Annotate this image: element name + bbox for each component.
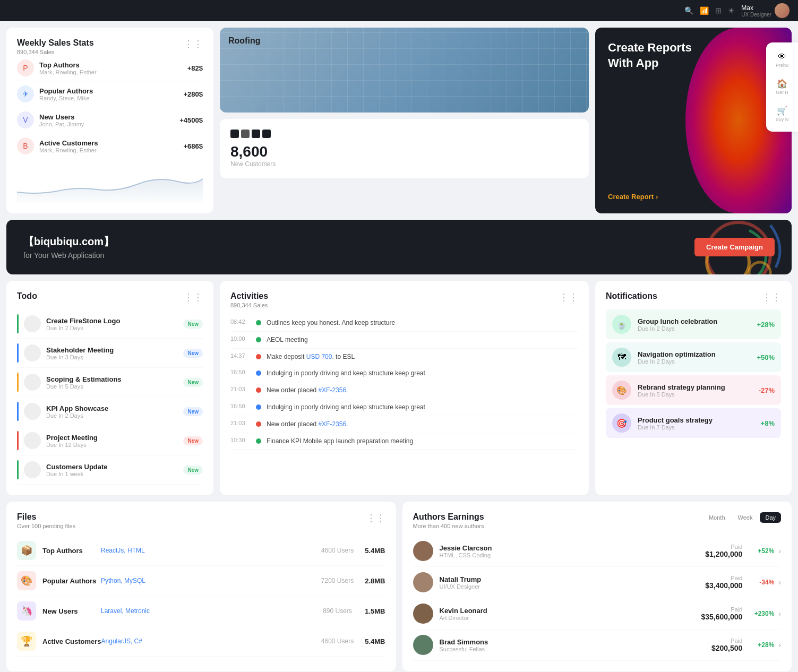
stat-info: Top Authors Mark, Rowling, Esther <box>39 61 187 75</box>
todo-item-due: Due In 5 Days <box>46 383 183 390</box>
activity-time: 10:00 <box>230 335 251 342</box>
notif-title: Group lunch celebration <box>638 317 757 325</box>
activity-text: Indulging in poorly driving and keep str… <box>267 403 578 412</box>
period-week[interactable]: Week <box>733 512 758 523</box>
notif-title: Product goals strategy <box>638 416 761 424</box>
sales-chart <box>17 166 203 203</box>
files-card: Files Over 100 pending files ⋮⋮ 📦 Top Au… <box>6 502 396 671</box>
activity-dot <box>256 337 261 342</box>
row-1: Weekly Sales Stats 890,344 Sales ⋮⋮ P To… <box>6 28 792 213</box>
campaign-subtitle: for Your Web Application <box>23 251 114 260</box>
todo-info: Stakeholder Meeting Due In 3 Days <box>46 346 183 360</box>
todo-item-due: Due In 2 Days <box>46 412 183 419</box>
todo-bar <box>17 343 19 363</box>
theme-icon[interactable]: ☀ <box>728 6 735 15</box>
file-users: 4600 Users <box>316 637 359 645</box>
user-name: Max <box>741 4 771 12</box>
author-change: +230% <box>751 610 774 617</box>
author-avatar <box>413 572 433 592</box>
file-tech: AngularJS, C# <box>101 637 316 645</box>
todo-avatar <box>24 403 41 420</box>
todo-item-title: Project Meeting <box>46 434 183 442</box>
files-subtitle: Over 100 pending files <box>17 523 75 529</box>
author-info: Natali Trump UI/UX Designer <box>440 575 706 590</box>
right-panel-prebu[interactable]: 👁 Prebu <box>766 49 798 71</box>
stat-label: New Users <box>39 113 179 121</box>
author-role: Successful Fellas <box>440 646 711 652</box>
file-size: 5.4MB <box>359 637 385 645</box>
list-item: 14:37 Make deposit USD 700. to ESL <box>230 349 578 366</box>
activity-time: 16:50 <box>230 403 251 409</box>
list-item: 21:03 New order placed #XF-2356. <box>230 382 578 399</box>
search-icon[interactable]: 🔍 <box>684 6 693 15</box>
roofing-title: Roofing <box>228 36 260 46</box>
topbar: 🔍 📶 ⊞ ☀ Max UX Designer <box>0 0 798 21</box>
file-name: Top Authors <box>42 547 101 555</box>
user-menu[interactable]: Max UX Designer <box>741 3 790 18</box>
author-role: UI/UX Designer <box>440 583 706 590</box>
roofing-card: Roofing <box>220 28 589 113</box>
activity-text: Indulging in poorly driving and keep str… <box>267 369 578 378</box>
campaign-title: 【biqubiqu.com】 <box>23 235 114 249</box>
home-icon: 🏠 <box>777 79 787 89</box>
author-avatar <box>413 635 433 655</box>
activity-link[interactable]: #XF-2356 <box>318 420 346 428</box>
right-panel-home[interactable]: 🏠 Get H <box>766 75 798 98</box>
weekly-sales-card: Weekly Sales Stats 890,344 Sales ⋮⋮ P To… <box>6 28 213 213</box>
activity-link[interactable]: USD 700 <box>306 353 332 360</box>
create-campaign-button[interactable]: Create Campaign <box>694 238 775 256</box>
chevron-right-icon[interactable]: › <box>778 547 781 555</box>
grid-icon[interactable]: ⊞ <box>715 6 722 15</box>
todo-card: Todo ⋮⋮ Create FireStone Logo Due In 2 D… <box>6 281 213 495</box>
file-tech: ReactJs, HTML <box>101 547 316 554</box>
list-item: Jessie Clarcson HTML, CSS Coding Paid $1… <box>413 536 782 567</box>
activities-menu[interactable]: ⋮⋮ <box>559 291 578 303</box>
todo-item-due: Due In 1 week <box>46 471 183 477</box>
right-panel: 👁 Prebu 🏠 Get H 🛒 Buy N <box>766 42 798 132</box>
paid-label: Paid <box>711 637 742 644</box>
activity-time: 16:50 <box>230 369 251 375</box>
list-item: 10:00 AEOL meeting <box>230 332 578 349</box>
todo-item-title: KPI App Showcase <box>46 404 183 412</box>
todo-avatar <box>24 432 41 449</box>
activity-link[interactable]: #XF-2356 <box>318 386 346 394</box>
todo-badge: New <box>183 407 203 416</box>
author-info: Kevin Leonard Art Director <box>440 607 701 621</box>
notif-icon: 🍵 <box>612 315 631 334</box>
earnings-subtitle: More than 400 new authors <box>413 523 484 529</box>
period-tabs: Month Week Day <box>703 512 781 523</box>
right-panel-buy[interactable]: 🛒 Buy N <box>766 102 798 125</box>
signal-icon[interactable]: 📶 <box>700 6 709 15</box>
notifications-menu[interactable]: ⋮⋮ <box>762 291 781 303</box>
weekly-sales-menu[interactable]: ⋮⋮ <box>184 38 203 50</box>
file-name: New Users <box>42 607 101 615</box>
stat-value: +280$ <box>183 90 203 98</box>
chevron-right-icon[interactable]: › <box>778 609 781 618</box>
author-change: +52% <box>751 547 774 555</box>
right-panel-label-buy: Buy N <box>776 117 789 122</box>
period-month[interactable]: Month <box>703 512 731 523</box>
stat-icon: V <box>17 111 34 128</box>
notif-icon: 🗺 <box>612 348 631 367</box>
todo-menu[interactable]: ⋮⋮ <box>184 291 203 303</box>
author-change: -34% <box>751 579 774 586</box>
create-report-link[interactable]: Create Report › <box>608 193 779 201</box>
file-icon: 🦄 <box>17 601 36 621</box>
stat-value: +4500$ <box>179 116 203 124</box>
stat-rows: P Top Authors Mark, Rowling, Esther +82$… <box>17 55 203 159</box>
todo-avatar <box>24 315 41 332</box>
activity-dot <box>256 404 261 410</box>
chevron-right-icon[interactable]: › <box>778 578 781 587</box>
period-day[interactable]: Day <box>760 512 781 523</box>
middle-column: Roofing 8,600 New Customers <box>220 28 589 213</box>
paid-label: Paid <box>705 575 742 581</box>
notifications-list: 🍵 Group lunch celebration Due In 2 Days … <box>606 309 781 438</box>
chevron-right-icon[interactable]: › <box>778 641 781 649</box>
files-menu[interactable]: ⋮⋮ <box>366 512 385 524</box>
notif-value: -27% <box>759 386 775 394</box>
avatar[interactable] <box>775 3 790 18</box>
list-item: Project Meeting Due In 12 Days New <box>17 426 203 455</box>
activity-dot <box>256 371 261 376</box>
notif-due: Due In 2 Days <box>638 325 757 332</box>
todo-badge: New <box>183 320 203 329</box>
